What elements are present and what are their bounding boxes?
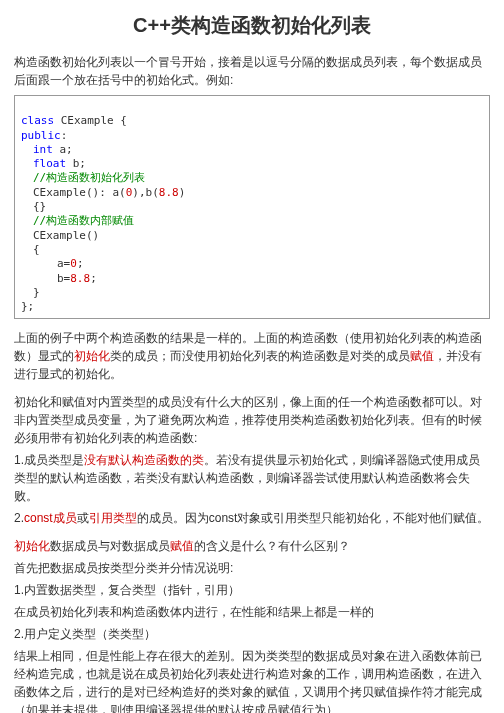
line: };	[21, 300, 34, 313]
para: 在成员初始化列表和构造函数体内进行，在性能和结果上都是一样的	[14, 603, 490, 621]
line: class CExample {	[21, 114, 127, 127]
para: 1.成员类型是没有默认构造函数的类。若没有提供显示初始化式，则编译器隐式使用成员…	[14, 451, 490, 505]
page-title: C++类构造函数初始化列表	[14, 12, 490, 39]
line: {}	[21, 200, 46, 213]
line: {	[21, 243, 40, 256]
line: public:	[21, 129, 67, 142]
para: 上面的例子中两个构造函数的结果是一样的。上面的构造函数（使用初始化列表的构造函数…	[14, 329, 490, 383]
line: a=0;	[21, 257, 84, 270]
line: float b;	[21, 157, 86, 170]
comment: //构造函数内部赋值	[21, 214, 134, 227]
para: 1.内置数据类型，复合类型（指针，引用）	[14, 581, 490, 599]
intro-text: 构造函数初始化列表以一个冒号开始，接着是以逗号分隔的数据成员列表，每个数据成员后…	[14, 53, 490, 89]
comment: //构造函数初始化列表	[21, 171, 145, 184]
para: 首先把数据成员按类型分类并分情况说明:	[14, 559, 490, 577]
para: 初始化和赋值对内置类型的成员没有什么大的区别，像上面的任一个构造函数都可以。对非…	[14, 393, 490, 447]
line: int a;	[21, 143, 73, 156]
line: CExample()	[21, 229, 99, 242]
code-block-1: class CExample { public: int a; float b;…	[14, 95, 490, 319]
line: b=8.8;	[21, 272, 97, 285]
line: CExample(): a(0),b(8.8)	[21, 186, 185, 199]
para: 2.用户定义类型（类类型）	[14, 625, 490, 643]
line: }	[21, 286, 40, 299]
para: 初始化数据成员与对数据成员赋值的含义是什么？有什么区别？	[14, 537, 490, 555]
para: 结果上相同，但是性能上存在很大的差别。因为类类型的数据成员对象在进入函数体前已经…	[14, 647, 490, 713]
para: 2.const成员或引用类型的成员。因为const对象或引用类型只能初始化，不能…	[14, 509, 490, 527]
